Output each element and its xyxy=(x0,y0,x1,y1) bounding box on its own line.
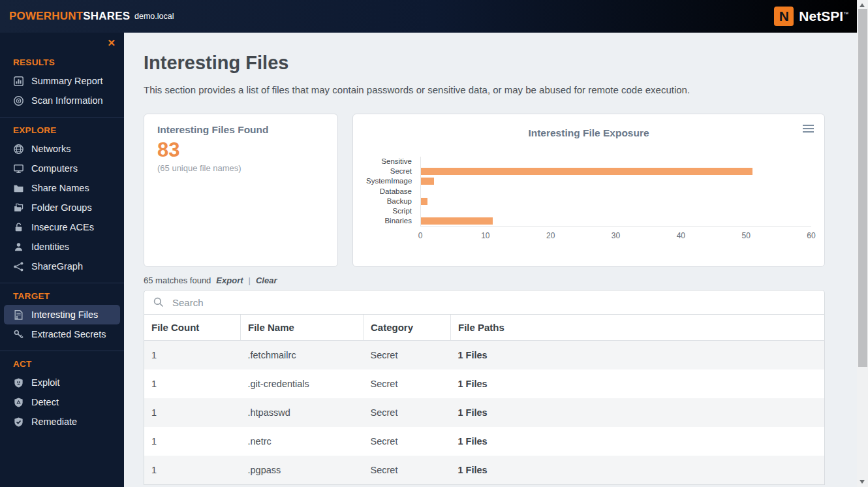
shield-alert-icon xyxy=(13,397,24,408)
summary-cards: Interesting Files Found 83 (65 unique fi… xyxy=(144,114,825,267)
file-paths-link[interactable]: 1 Files xyxy=(451,427,825,456)
sidebar-section-act: ACTExploitDetectRemediate xyxy=(0,351,124,432)
globe-icon xyxy=(13,144,24,155)
unlock-icon xyxy=(13,222,24,233)
table-row: 1.fetchmailrcSecret1 Files xyxy=(144,341,825,370)
sidebar-item-label: Folder Groups xyxy=(31,202,92,213)
trademark-symbol: ™ xyxy=(843,11,848,17)
search-input[interactable] xyxy=(171,296,816,309)
sidebar-item-identities[interactable]: Identities xyxy=(4,237,120,257)
page-scrollbar[interactable] xyxy=(857,0,868,487)
chart-bar-row xyxy=(421,196,811,206)
sidebar-section-title: RESULTS xyxy=(0,55,124,71)
person-icon xyxy=(13,242,24,253)
chart-category-labels: SensitiveSecretSystemImageDatabaseBackup… xyxy=(366,157,420,227)
search-box xyxy=(144,290,825,315)
interesting-files-table: File CountFile NameCategoryFile Paths 1.… xyxy=(144,315,825,485)
table-row: 1.git-credentialsSecret1 Files xyxy=(144,369,825,398)
page-title: Interesting Files xyxy=(144,52,825,74)
chart-x-tick: 40 xyxy=(677,231,685,240)
column-header-file-count[interactable]: File Count xyxy=(144,315,241,341)
chart-x-tick: 10 xyxy=(481,231,489,240)
shield-skull-icon xyxy=(13,377,24,388)
domain-link[interactable]: demo.local xyxy=(134,12,174,21)
column-header-file-name[interactable]: File Name xyxy=(241,315,364,341)
files-found-card: Interesting Files Found 83 (65 unique fi… xyxy=(144,114,338,267)
column-header-category[interactable]: Category xyxy=(364,315,451,341)
folder-icon xyxy=(13,183,24,194)
file-paths-link[interactable]: 1 Files xyxy=(451,398,825,427)
sidebar-item-folder-groups[interactable]: Folder Groups xyxy=(4,198,120,217)
sidebar-item-label: Remediate xyxy=(31,416,77,428)
table-cell: .fetchmailrc xyxy=(241,341,364,370)
chart-x-tick-labels: 0102030405060 xyxy=(420,227,811,242)
scrollbar-down-arrow-icon[interactable] xyxy=(860,480,865,484)
interesting-files-icon xyxy=(13,309,24,321)
matches-count-text: 65 matches found xyxy=(144,275,211,285)
sidebar-item-networks[interactable]: Networks xyxy=(4,139,120,159)
chart-x-tick: 20 xyxy=(546,231,555,240)
file-paths-link[interactable]: 1 Files xyxy=(451,369,825,398)
sidebar-item-sharegraph[interactable]: ShareGraph xyxy=(4,257,120,276)
chart-bar-row xyxy=(421,157,811,166)
table-cell: .netrc xyxy=(241,427,364,456)
chart-category-label: Sensitive xyxy=(366,157,420,166)
sidebar-item-computers[interactable]: Computers xyxy=(4,159,120,178)
table-header: File CountFile NameCategoryFile Paths xyxy=(144,315,825,341)
table-cell: .pgpass xyxy=(241,456,364,485)
chart-bar-row xyxy=(421,187,811,196)
sidebar-item-extracted-secrets[interactable]: Extracted Secrets xyxy=(4,324,120,344)
chart-category-label: SystemImage xyxy=(366,176,420,186)
chart-category-label: Script xyxy=(366,206,420,216)
sidebar-item-exploit[interactable]: Exploit xyxy=(4,373,120,392)
table-cell: Secret xyxy=(364,427,451,456)
chart-category-label: Binaries xyxy=(366,216,420,226)
sidebar-item-insecure-aces[interactable]: Insecure ACEs xyxy=(4,217,120,237)
export-link[interactable]: Export xyxy=(216,275,243,285)
chart-category-label: Backup xyxy=(366,196,420,206)
netspi-logo-text: NetSPI™ xyxy=(799,8,848,24)
sidebar-item-scan-information[interactable]: Scan Information xyxy=(4,91,120,110)
sidebar-item-label: Networks xyxy=(31,143,70,155)
folders-icon xyxy=(13,202,24,213)
chart-menu-icon[interactable] xyxy=(803,123,814,134)
sidebar-item-share-names[interactable]: Share Names xyxy=(4,178,120,198)
file-paths-link[interactable]: 1 Files xyxy=(451,341,825,370)
table-cell: Secret xyxy=(364,341,451,370)
sidebar-item-label: Exploit xyxy=(31,377,60,388)
table-cell: 1 xyxy=(144,398,241,427)
table-cell: Secret xyxy=(364,398,451,427)
close-icon[interactable]: ✕ xyxy=(107,37,116,49)
sidebar-item-summary-report[interactable]: Summary Report xyxy=(4,71,120,91)
sidebar-item-label: Summary Report xyxy=(31,75,103,87)
sidebar-item-label: Identities xyxy=(31,241,69,253)
sidebar-section-title: ACT xyxy=(0,356,124,373)
netspi-logo-icon: N xyxy=(774,7,794,26)
table-cell: 1 xyxy=(144,341,241,370)
bar-chart: SensitiveSecretSystemImageDatabaseBackup… xyxy=(366,157,811,227)
table-cell: .htpasswd xyxy=(241,398,364,427)
chart-bar-row xyxy=(421,176,811,186)
page-description: This section provides a list of files th… xyxy=(144,84,825,95)
sidebar-item-interesting-files[interactable]: Interesting Files xyxy=(4,305,120,324)
table-row: 1.pgpassSecret1 Files xyxy=(144,456,825,485)
column-header-file-paths[interactable]: File Paths xyxy=(451,315,825,341)
sidebar-item-detect[interactable]: Detect xyxy=(4,392,120,412)
app-brand: POWERHUNTSHARES xyxy=(0,10,116,23)
files-found-count: 83 xyxy=(157,139,324,161)
scrollbar-up-arrow-icon[interactable] xyxy=(860,3,865,7)
sidebar-section-target: TARGETInteresting FilesExtracted Secrets xyxy=(0,283,124,344)
results-bar: 65 matches found Export | Clear xyxy=(144,275,825,285)
bar-chart-icon xyxy=(13,76,24,87)
sidebar-item-remediate[interactable]: Remediate xyxy=(4,412,120,432)
sidebar-item-label: ShareGraph xyxy=(31,260,83,272)
file-paths-link[interactable]: 1 Files xyxy=(451,456,825,485)
chart-x-tick: 0 xyxy=(418,231,423,240)
shield-check-icon xyxy=(13,416,24,428)
chart-title: Interesting File Exposure xyxy=(366,127,811,139)
sidebar-item-label: Insecure ACEs xyxy=(31,221,94,233)
clear-link[interactable]: Clear xyxy=(256,275,277,285)
sidebar-section-title: EXPLORE xyxy=(0,123,124,139)
chart-bar-systemimage xyxy=(421,178,434,185)
scrollbar-thumb[interactable] xyxy=(858,9,867,367)
